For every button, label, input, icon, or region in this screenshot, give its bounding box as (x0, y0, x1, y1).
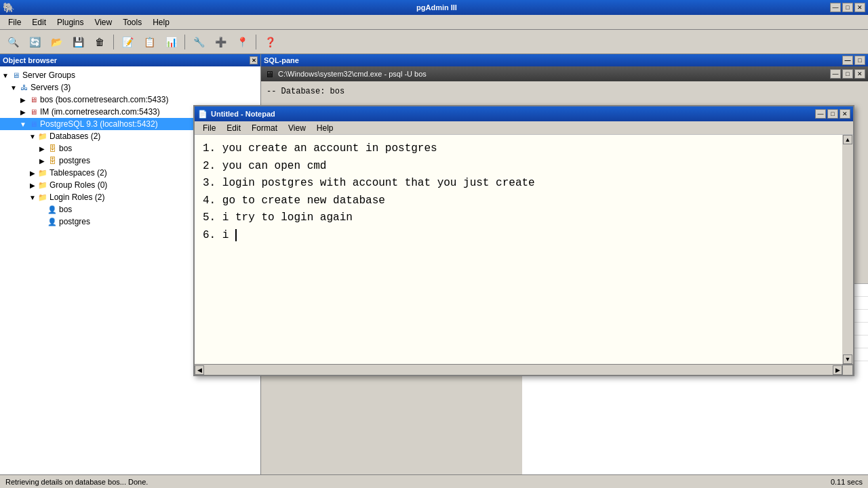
notepad-title-bar: 📄 Untitled - Notepad — □ ✕ (195, 106, 853, 121)
scroll-up-btn[interactable]: ▲ (843, 135, 852, 144)
notepad-body: 1. you create an account in postgres 2. … (195, 135, 853, 364)
expand-group-roles[interactable]: ▶ (28, 181, 37, 189)
notepad-menu: File Edit Format View Help (195, 121, 853, 135)
expand-login-roles[interactable]: ▼ (28, 193, 37, 201)
postgres-db-icon: 🗄 (47, 156, 57, 165)
servers-icon: 🖧 (19, 83, 28, 92)
sql-pane-minimize[interactable]: — (842, 56, 853, 65)
postgres-role-icon: 👤 (47, 217, 57, 226)
im-server-icon: 🖥 (28, 107, 38, 117)
notepad-menu-format[interactable]: Format (246, 123, 283, 134)
notepad-maximize[interactable]: □ (827, 109, 838, 119)
server-groups-label: Server Groups (22, 70, 75, 80)
notepad-title: Untitled - Notepad (211, 110, 275, 118)
toolbar-btn-query[interactable]: 📝 (117, 33, 138, 52)
notepad-line-2: 2. you can open cmd (203, 158, 834, 176)
postgres-db-label: postgres (59, 156, 90, 165)
close-button[interactable]: ✕ (854, 3, 865, 12)
im-server-label: IM (im.cornetresearch.com:5433) (40, 107, 160, 117)
bos-db-icon: 🗄 (47, 144, 57, 153)
sql-pane-maximize[interactable]: □ (854, 56, 865, 65)
cmd-bar-text: C:\Windows\system32\cmd.exe - psql -U bo… (278, 70, 427, 78)
notepad-scrollbar[interactable]: ▲ ▼ (842, 135, 853, 364)
bos-server-icon: 🖥 (28, 95, 38, 104)
toolbar: 🔍 🔄 📂 💾 🗑 📝 📋 📊 🔧 ➕ 📍 ❓ (0, 30, 868, 54)
scroll-corner (842, 365, 853, 375)
object-browser-close[interactable]: ✕ (250, 56, 258, 64)
toolbar-btn-view[interactable]: 📊 (161, 33, 181, 52)
expand-im[interactable]: ▶ (19, 108, 27, 116)
expand-servers[interactable]: ▼ (9, 83, 18, 92)
toolbar-separator-2 (184, 35, 185, 49)
notepad-menu-edit[interactable]: Edit (221, 123, 246, 134)
toolbar-btn-table[interactable]: 📋 (139, 33, 159, 52)
tablespaces-icon: 📁 (38, 168, 47, 178)
toolbar-separator-3 (256, 35, 256, 49)
toolbar-btn-settings[interactable]: 🔧 (189, 33, 209, 52)
toolbar-btn-connect[interactable]: 🔄 (24, 33, 45, 52)
menu-file[interactable]: File (3, 16, 26, 28)
group-roles-icon: 📁 (38, 180, 47, 190)
expand-tablespaces[interactable]: ▶ (28, 169, 37, 177)
pg93-label: PostgreSQL 9.3 (localhost:5432) (40, 119, 158, 129)
pg93-icon: 🖥 (28, 119, 38, 129)
expand-pg93[interactable]: ▼ (19, 120, 27, 128)
toolbar-btn-open[interactable]: 📂 (46, 33, 66, 52)
toolbar-btn-jobs[interactable]: ➕ (210, 33, 231, 52)
menu-plugins[interactable]: Plugins (52, 16, 89, 28)
toolbar-btn-delete[interactable]: 🗑 (90, 33, 110, 52)
menu-tools[interactable]: Tools (117, 16, 147, 28)
notepad-menu-view[interactable]: View (283, 123, 311, 134)
expand-server-groups[interactable]: ▼ (1, 71, 9, 79)
menu-edit[interactable]: Edit (26, 16, 52, 28)
window-controls[interactable]: — □ ✕ (830, 3, 865, 12)
expand-bos[interactable]: ▶ (19, 96, 27, 104)
toolbar-btn-help[interactable]: ❓ (260, 33, 280, 52)
cmd-controls: — □ ✕ (830, 69, 865, 79)
toolbar-btn-save[interactable]: 💾 (68, 33, 88, 52)
notepad-menu-file[interactable]: File (197, 123, 221, 134)
toolbar-btn-map[interactable]: 📍 (232, 33, 252, 52)
notepad-line-5: 5. i try to login again (203, 209, 834, 227)
tree-item-bos-server[interactable]: ▶ 🖥 bos (bos.cornetresearch.com:5433) (0, 94, 260, 106)
server-groups-icon: 🖥 (11, 70, 20, 80)
cmd-minimize[interactable]: — (830, 69, 841, 79)
object-browser-title-bar: Object browser ✕ (0, 54, 260, 66)
expand-databases[interactable]: ▼ (28, 132, 37, 140)
tree-item-server-groups[interactable]: ▼ 🖥 Server Groups (0, 69, 260, 81)
app-title: pgAdmin III (43, 3, 830, 12)
login-roles-icon: 📁 (38, 192, 47, 202)
servers-label: Servers (3) (31, 83, 71, 92)
bos-server-label: bos (bos.cornetresearch.com:5433) (40, 95, 168, 104)
notepad-h-scrollbar[interactable]: ◀ ▶ (195, 364, 853, 375)
toolbar-btn-refresh[interactable]: 🔍 (3, 33, 23, 52)
login-roles-label: Login Roles (2) (50, 192, 104, 202)
tree-item-servers[interactable]: ▼ 🖧 Servers (3) (0, 81, 260, 94)
cmd-close[interactable]: ✕ (854, 69, 865, 79)
notepad-title-left: 📄 Untitled - Notepad (197, 108, 275, 119)
cmd-maximize[interactable]: □ (842, 69, 853, 79)
bos-db-label: bos (59, 144, 72, 153)
notepad-menu-help[interactable]: Help (311, 123, 339, 134)
scroll-right-btn[interactable]: ▶ (833, 365, 842, 375)
minimize-button[interactable]: — (830, 3, 841, 12)
menu-help[interactable]: Help (147, 16, 175, 28)
expand-postgres-db[interactable]: ▶ (38, 157, 46, 165)
notepad-minimize[interactable]: — (815, 109, 826, 119)
notepad-line-1: 1. you create an account in postgres (203, 140, 834, 158)
notepad-close[interactable]: ✕ (840, 109, 850, 119)
menu-view[interactable]: View (89, 16, 117, 28)
databases-label: Databases (2) (50, 131, 100, 141)
tablespaces-label: Tablespaces (2) (50, 168, 107, 178)
maximize-button[interactable]: □ (842, 3, 853, 12)
scroll-left-btn[interactable]: ◀ (195, 365, 204, 375)
notepad-controls[interactable]: — □ ✕ (815, 109, 850, 119)
group-roles-label: Group Roles (0) (50, 180, 107, 190)
scroll-down-btn[interactable]: ▼ (843, 354, 852, 364)
databases-folder-icon: 📁 (38, 131, 47, 141)
notepad-content[interactable]: 1. you create an account in postgres 2. … (195, 135, 842, 364)
notepad-line-4: 4. go to create new database (203, 192, 834, 210)
expand-bos-db[interactable]: ▶ (38, 144, 46, 152)
notepad-line-3: 3. login postgres with account that you … (203, 175, 834, 192)
sql-text: -- Database: bos (267, 87, 344, 96)
